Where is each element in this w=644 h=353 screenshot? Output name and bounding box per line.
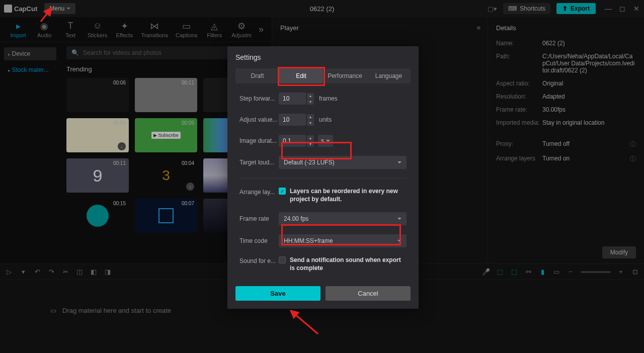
details-panel: Details Name:0622 (2) Path:C:/Users/Neha… xyxy=(488,17,644,263)
sidebar-device[interactable]: Device xyxy=(4,47,56,60)
link-icon[interactable]: ⬚ xyxy=(510,268,518,276)
fit-icon[interactable]: ⊡ xyxy=(631,268,639,276)
app-logo: CapCut xyxy=(4,5,37,13)
zoom-slider[interactable] xyxy=(581,271,611,273)
target-loudness-select[interactable]: Default (-23 LUFS) xyxy=(279,156,407,169)
search-placeholder: Search for videos and photos xyxy=(83,49,162,56)
pointer-tool-icon[interactable]: ▷ xyxy=(5,268,13,276)
annotation-arrow xyxy=(38,4,58,24)
adjust-value-input[interactable] xyxy=(279,114,306,126)
redo-icon[interactable]: ↷ xyxy=(47,268,55,276)
dialog-title: Settings xyxy=(227,46,419,65)
snap-icon[interactable]: ▮ xyxy=(538,268,546,276)
chevron-down-icon xyxy=(397,161,401,163)
download-icon[interactable]: ↓ xyxy=(186,183,194,191)
tab-stickers[interactable]: ☺Stickers xyxy=(84,19,111,40)
layout-icon[interactable]: ▢▾ xyxy=(488,5,497,13)
spin-up-icon[interactable]: ▲ xyxy=(307,135,314,141)
settings-tab-performance[interactable]: Performance xyxy=(323,68,367,83)
undo-icon[interactable]: ↶ xyxy=(33,268,41,276)
media-thumbnail[interactable]: 00:15 xyxy=(66,199,129,233)
tool-icon[interactable]: ◨ xyxy=(104,268,112,276)
transitions-icon: ⋈ xyxy=(149,21,159,31)
chevron-down-icon xyxy=(397,218,401,220)
captions-icon: ▭ xyxy=(182,21,192,31)
step-forward-input[interactable] xyxy=(279,93,306,105)
shortcuts-button[interactable]: ⌨ Shortcuts xyxy=(503,3,550,14)
chain-icon[interactable]: ⚯ xyxy=(524,268,532,276)
framerate-select[interactable]: 24.00 fps xyxy=(279,212,407,225)
capcut-icon xyxy=(4,5,12,13)
details-title: Details xyxy=(496,24,636,40)
tool-icon[interactable]: ◫ xyxy=(75,268,84,276)
media-thumbnail[interactable]: 900:11 xyxy=(66,158,129,193)
media-sidebar: Device Stock mater... xyxy=(0,42,60,263)
tab-adjustment[interactable]: ⚙Adjustm xyxy=(227,19,256,40)
project-title: 0622 (2) xyxy=(310,5,334,13)
tab-text[interactable]: TText xyxy=(57,19,84,40)
svg-line-0 xyxy=(41,8,51,22)
tool-icon[interactable]: ◧ xyxy=(90,268,98,276)
player-title: Player xyxy=(272,17,488,39)
chevron-down-icon[interactable]: ▾ xyxy=(19,268,27,276)
sidebar-stock[interactable]: Stock mater... xyxy=(4,63,56,76)
title-bar: CapCut Menu 0622 (2) ▢▾ ⌨ Shortcuts ⬆ Ex… xyxy=(0,0,644,17)
spin-up-icon[interactable]: ▲ xyxy=(307,93,314,99)
settings-tab-language[interactable]: Language xyxy=(367,68,411,83)
timecode-select[interactable]: HH:MM:SS+frame xyxy=(279,234,407,247)
placeholder-icon: ▭ xyxy=(50,307,56,314)
image-duration-input[interactable] xyxy=(279,135,306,147)
arrange-layers-checkbox[interactable]: ✓ xyxy=(279,188,286,195)
chevron-down-icon xyxy=(66,8,70,10)
settings-tab-draft[interactable]: Draft xyxy=(235,68,279,83)
keyboard-icon: ⌨ xyxy=(508,5,517,12)
magnet-icon[interactable]: ⬚ xyxy=(496,268,504,276)
export-button[interactable]: ⬆ Export xyxy=(556,3,596,14)
tab-transitions[interactable]: ⋈Transitions xyxy=(137,19,172,40)
zoom-out-icon[interactable]: − xyxy=(567,268,575,276)
effects-icon: ✦ xyxy=(119,21,129,31)
search-icon: 🔍 xyxy=(71,49,79,56)
tab-effects[interactable]: ✦Effects xyxy=(111,19,137,40)
more-tabs-button[interactable]: » xyxy=(256,24,267,35)
spin-down-icon[interactable]: ▼ xyxy=(307,141,314,147)
media-thumbnail[interactable]: 300:04↓ xyxy=(135,158,197,193)
image-duration-unit-select[interactable]: s xyxy=(318,135,333,147)
cancel-button[interactable]: Cancel xyxy=(326,286,411,301)
tab-import[interactable]: ▸Import xyxy=(5,19,31,40)
chevron-down-icon xyxy=(326,140,330,142)
adjustment-icon: ⚙ xyxy=(236,21,247,31)
svg-line-1 xyxy=(291,311,318,334)
tab-captions[interactable]: ▭Captions xyxy=(172,19,201,40)
media-thumbnail[interactable]: 00:07 xyxy=(135,199,197,233)
minimize-button[interactable]: — xyxy=(605,5,612,12)
modify-button[interactable]: Modify xyxy=(602,246,636,258)
close-button[interactable]: ✕ xyxy=(633,5,640,12)
maximize-button[interactable]: ◻ xyxy=(619,5,626,12)
preview-icon[interactable]: ▭ xyxy=(552,268,560,276)
media-thumbnail[interactable]: 00:06 xyxy=(66,78,129,112)
annotation-arrow xyxy=(286,308,321,338)
tab-filters[interactable]: ◬Filters xyxy=(201,19,227,40)
download-icon[interactable]: ↓ xyxy=(118,142,126,150)
chevron-down-icon xyxy=(397,240,401,242)
save-button[interactable]: Save xyxy=(235,286,320,301)
app-name: CapCut xyxy=(14,5,37,13)
split-icon[interactable]: ✂ xyxy=(61,268,69,276)
media-thumbnail[interactable]: ▶ Subscribe00:05 xyxy=(135,118,197,152)
settings-dialog: Settings Draft Edit Performance Language… xyxy=(227,46,419,309)
settings-tab-edit[interactable]: Edit xyxy=(279,68,323,83)
spin-up-icon[interactable]: ▲ xyxy=(307,114,314,120)
player-menu-icon[interactable]: ≡ xyxy=(476,24,480,32)
spin-down-icon[interactable]: ▼ xyxy=(307,99,314,105)
export-sound-checkbox[interactable] xyxy=(279,256,286,263)
filters-icon: ◬ xyxy=(209,21,219,31)
mic-icon[interactable]: 🎤 xyxy=(482,268,490,276)
media-thumbnail[interactable]: 00:05↓ xyxy=(66,118,129,152)
media-thumbnail[interactable]: 00:11 xyxy=(135,78,197,112)
spin-down-icon[interactable]: ▼ xyxy=(307,120,314,126)
upload-icon: ⬆ xyxy=(562,5,568,12)
zoom-in-icon[interactable]: + xyxy=(617,268,625,276)
text-icon: T xyxy=(65,21,75,31)
timeline-placeholder: Drag material here and start to create xyxy=(62,307,171,314)
